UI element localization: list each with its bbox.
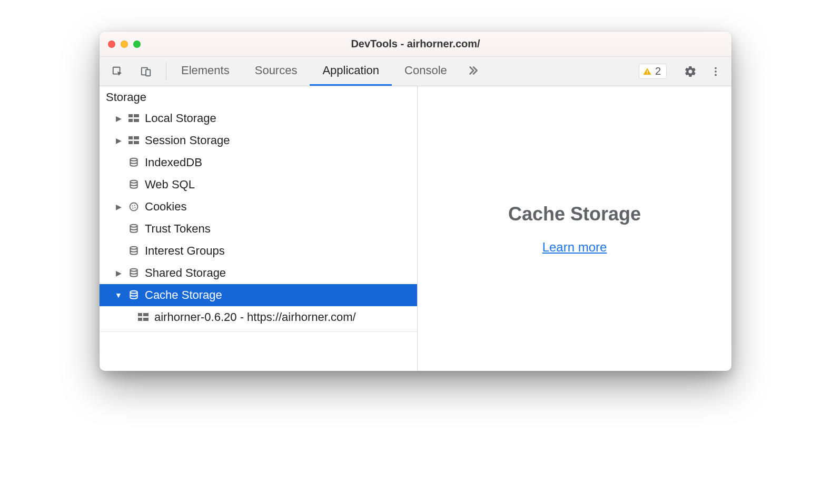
svg-rect-15 xyxy=(134,141,139,144)
pane-heading: Cache Storage xyxy=(508,203,641,225)
sidebar-item-label: IndexedDB xyxy=(145,156,202,169)
svg-point-23 xyxy=(130,225,137,227)
minimize-window-button[interactable] xyxy=(121,41,128,48)
tab-sources[interactable]: Sources xyxy=(242,57,310,86)
grid-icon xyxy=(137,313,149,321)
tab-label: Console xyxy=(404,64,447,77)
sidebar-item-indexeddb[interactable]: IndexedDB xyxy=(100,152,417,174)
svg-point-22 xyxy=(134,207,135,208)
chevron-down-icon[interactable]: ▼ xyxy=(114,291,123,299)
more-tabs-button[interactable] xyxy=(460,57,486,86)
devtools-window: DevTools - airhorner.com/ xyxy=(100,32,731,371)
grid-icon xyxy=(128,114,140,123)
sidebar-item-label: Local Storage xyxy=(145,112,216,125)
cookie-icon xyxy=(128,201,140,212)
svg-point-24 xyxy=(130,247,137,249)
tab-label: Sources xyxy=(255,64,298,77)
sidebar-item-label: Trust Tokens xyxy=(145,222,211,236)
chevron-right-icon[interactable]: ▶ xyxy=(114,136,123,145)
application-sidebar: Storage ▶ Local Storage▶ Session Storage… xyxy=(100,86,418,371)
chevrons-right-icon xyxy=(466,64,480,77)
tab-label: Elements xyxy=(181,64,230,77)
more-vertical-icon xyxy=(710,66,721,77)
gear-icon xyxy=(684,65,697,78)
svg-rect-11 xyxy=(134,119,139,122)
storage-tree: ▶ Local Storage▶ Session Storage Indexed… xyxy=(100,107,417,332)
panel-tabs: Elements Sources Application Console xyxy=(169,57,486,86)
zoom-window-button[interactable] xyxy=(133,41,141,48)
chevron-right-icon[interactable]: ▶ xyxy=(114,269,123,277)
issues-badge[interactable]: 2 xyxy=(639,64,667,79)
settings-button[interactable] xyxy=(680,61,701,82)
window-title: DevTools - airhorner.com/ xyxy=(100,38,731,50)
sidebar-item-local-storage[interactable]: ▶ Local Storage xyxy=(100,107,417,129)
database-icon xyxy=(128,179,140,190)
grid-icon xyxy=(128,136,140,145)
sidebar-item-label: Session Storage xyxy=(145,134,230,147)
sidebar-item-interest-groups[interactable]: Interest Groups xyxy=(100,240,417,262)
toolbar-separator xyxy=(166,62,166,80)
chevron-right-icon[interactable]: ▶ xyxy=(114,203,123,211)
svg-rect-28 xyxy=(143,313,149,316)
svg-rect-8 xyxy=(128,114,133,117)
database-icon xyxy=(128,246,140,256)
database-icon xyxy=(128,224,140,234)
svg-rect-27 xyxy=(138,313,142,316)
devtools-toolbar: Elements Sources Application Console xyxy=(100,57,731,86)
svg-rect-4 xyxy=(647,73,648,74)
svg-rect-12 xyxy=(128,136,133,139)
svg-rect-29 xyxy=(138,318,142,321)
device-toggle-icon[interactable] xyxy=(135,61,156,82)
svg-point-20 xyxy=(134,205,135,206)
svg-point-21 xyxy=(132,207,133,208)
cache-entry-label: airhorner-0.6.20 - https://airhorner.com… xyxy=(154,310,356,324)
svg-rect-14 xyxy=(128,141,133,144)
sidebar-item-cache-storage[interactable]: ▼ Cache Storage xyxy=(100,284,417,306)
svg-point-7 xyxy=(715,74,717,76)
svg-rect-9 xyxy=(134,114,139,117)
sidebar-section-title: Storage xyxy=(100,86,417,107)
svg-rect-30 xyxy=(143,318,149,321)
sidebar-item-shared-storage[interactable]: ▶ Shared Storage xyxy=(100,262,417,284)
sidebar-item-session-storage[interactable]: ▶ Session Storage xyxy=(100,129,417,152)
cache-entry[interactable]: airhorner-0.6.20 - https://airhorner.com… xyxy=(100,306,417,328)
warnings-count: 2 xyxy=(655,65,661,77)
panel-body: Storage ▶ Local Storage▶ Session Storage… xyxy=(100,86,731,371)
svg-rect-13 xyxy=(134,136,139,139)
window-controls xyxy=(108,41,141,48)
tab-application[interactable]: Application xyxy=(310,57,392,86)
main-pane: Cache Storage Learn more xyxy=(418,86,731,371)
sidebar-item-label: Cache Storage xyxy=(145,288,222,302)
svg-point-26 xyxy=(130,291,137,294)
tab-elements[interactable]: Elements xyxy=(169,57,242,86)
chevron-right-icon[interactable]: ▶ xyxy=(114,114,123,123)
sidebar-item-label: Cookies xyxy=(145,200,186,214)
svg-point-25 xyxy=(130,269,137,271)
close-window-button[interactable] xyxy=(108,41,115,48)
database-icon xyxy=(128,157,140,168)
sidebar-item-web-sql[interactable]: Web SQL xyxy=(100,174,417,196)
sidebar-item-label: Shared Storage xyxy=(145,266,226,280)
tab-label: Application xyxy=(322,64,379,77)
svg-point-6 xyxy=(715,70,717,73)
warning-icon xyxy=(642,67,652,76)
svg-rect-10 xyxy=(128,119,133,122)
database-icon xyxy=(128,290,140,300)
learn-more-link[interactable]: Learn more xyxy=(542,240,607,255)
kebab-menu-button[interactable] xyxy=(705,61,726,82)
svg-rect-2 xyxy=(146,69,150,76)
sidebar-item-trust-tokens[interactable]: Trust Tokens xyxy=(100,218,417,240)
sidebar-item-label: Web SQL xyxy=(145,178,195,191)
database-icon xyxy=(128,268,140,278)
sidebar-item-label: Interest Groups xyxy=(145,244,225,258)
inspect-element-icon[interactable] xyxy=(107,61,128,82)
tab-console[interactable]: Console xyxy=(392,57,460,86)
sidebar-item-cookies[interactable]: ▶ Cookies xyxy=(100,196,417,218)
title-bar: DevTools - airhorner.com/ xyxy=(100,32,731,57)
svg-point-19 xyxy=(132,205,133,206)
svg-point-5 xyxy=(715,67,717,69)
svg-point-16 xyxy=(130,158,137,161)
svg-point-17 xyxy=(130,180,137,183)
svg-point-18 xyxy=(130,203,138,211)
svg-rect-3 xyxy=(647,70,648,72)
